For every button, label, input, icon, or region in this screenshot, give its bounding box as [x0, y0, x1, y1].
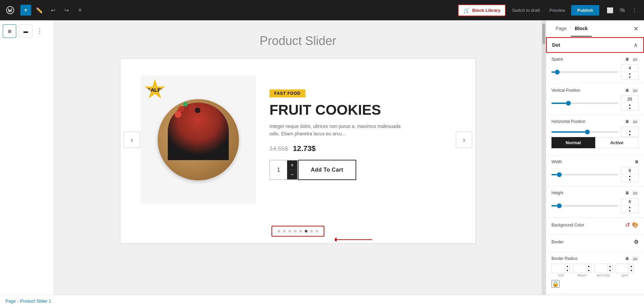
vpos-increment[interactable]: ▲: [621, 103, 638, 107]
reset-color-button[interactable]: ↺: [625, 222, 630, 228]
height-slider-fill: [551, 205, 557, 206]
background-color-section: Background Color ↺ 🎨: [546, 218, 644, 235]
hpos-value: [621, 127, 638, 129]
space-section: Space 🖥 px 4 ▲ ▼: [546, 53, 644, 84]
pick-color-button[interactable]: 🎨: [632, 222, 639, 228]
vpos-slider-thumb[interactable]: [566, 101, 571, 106]
br-unit: px: [632, 256, 639, 261]
slider-next-button[interactable]: ›: [456, 132, 472, 148]
switch-to-draft-button[interactable]: Switch to draft: [508, 6, 543, 15]
height-input[interactable]: 8 ▲ ▼: [621, 198, 639, 213]
width-input[interactable]: 8 ▲ ▼: [621, 167, 639, 182]
border-settings-button[interactable]: ⚙: [634, 239, 639, 245]
hpos-slider-thumb[interactable]: [585, 130, 590, 134]
sidebar-layout-button[interactable]: ▬: [19, 24, 33, 38]
slider-dot-6[interactable]: [305, 230, 307, 233]
height-slider-thumb[interactable]: [557, 203, 562, 208]
border-radius-inputs: ▲ ▼ TOP ▲ ▼: [551, 264, 639, 288]
undo-button[interactable]: ↩: [47, 5, 58, 16]
width-decrement[interactable]: ▼: [621, 178, 638, 182]
dots-arrow-annotation: [335, 235, 376, 244]
footer-product-slider-link[interactable]: Product Slider 1: [20, 299, 52, 304]
sidebar-toggle-button[interactable]: ⬜: [605, 5, 616, 16]
br-right-input[interactable]: [573, 265, 586, 272]
br-top-input[interactable]: [552, 265, 565, 272]
width-slider[interactable]: [551, 174, 618, 175]
sidebar-grid-button[interactable]: ⊞: [3, 24, 16, 38]
br-bottom-down[interactable]: ▼: [607, 268, 612, 273]
horizontal-position-unit: px: [632, 119, 639, 124]
br-right-up[interactable]: ▲: [586, 264, 591, 268]
br-top-up[interactable]: ▲: [565, 264, 570, 268]
horizontal-position-input[interactable]: ▲ ▼: [621, 127, 639, 137]
height-slider[interactable]: [551, 205, 618, 206]
space-increment[interactable]: ▲: [621, 72, 638, 75]
slider-dot-1[interactable]: [278, 230, 280, 233]
cart-button[interactable]: 🛍: [617, 5, 628, 16]
width-section: Width 🖥 8 ▲ ▼: [546, 155, 644, 187]
space-slider-thumb[interactable]: [555, 70, 560, 74]
slider-dot-2[interactable]: [283, 230, 286, 233]
horizontal-position-slider[interactable]: [551, 131, 618, 133]
slider-dot-3[interactable]: [288, 230, 291, 233]
dot-section-header[interactable]: Dot ∧: [546, 37, 644, 53]
br-bottom-input[interactable]: [595, 265, 607, 272]
slider-prev-button[interactable]: ‹: [124, 132, 140, 148]
editor-scrollbar[interactable]: [542, 20, 546, 307]
vertical-position-slider-row: 20 ▲ ▼: [551, 95, 639, 111]
publish-button[interactable]: Publish: [571, 5, 599, 16]
preview-button[interactable]: Preview: [546, 6, 568, 15]
dot-section-title: Dot: [552, 42, 560, 48]
space-decrement[interactable]: ▼: [621, 75, 638, 79]
br-left-up[interactable]: ▲: [629, 264, 634, 268]
footer-bar: Page › Product Slider 1: [0, 295, 644, 307]
width-slider-thumb[interactable]: [557, 172, 562, 177]
quantity-increase-button[interactable]: +: [287, 160, 297, 170]
add-to-cart-row: 1 + − Add To Cart: [269, 160, 455, 180]
normal-toggle-button[interactable]: Normal: [551, 137, 595, 148]
height-row: Height 🖥 px: [551, 191, 639, 195]
tab-page[interactable]: Page: [551, 21, 571, 37]
br-left-down[interactable]: ▼: [629, 268, 634, 273]
br-bottom-up[interactable]: ▲: [607, 264, 612, 268]
height-decrement[interactable]: ▼: [621, 209, 638, 213]
editor-area[interactable]: Product Slider ‹ SALE!: [54, 20, 542, 307]
space-unit: px: [632, 57, 639, 62]
br-left-input[interactable]: [616, 265, 629, 272]
br-monitor-icon: 🖥: [625, 256, 629, 261]
slider-dot-8[interactable]: [316, 230, 318, 233]
horizontal-position-label: Horizontal Position: [551, 119, 622, 124]
width-increment[interactable]: ▲: [621, 174, 638, 178]
add-block-button[interactable]: +: [20, 5, 31, 16]
hpos-increment[interactable]: ▲: [621, 129, 638, 133]
more-options-button[interactable]: ⋮: [629, 5, 640, 16]
block-tools-button[interactable]: ✏️: [34, 5, 45, 16]
br-lock-button[interactable]: 🔒: [551, 280, 560, 288]
vertical-position-input[interactable]: 20 ▲ ▼: [621, 95, 639, 111]
slider-dot-4[interactable]: [294, 230, 297, 233]
slider-dot-5[interactable]: [299, 230, 302, 233]
hpos-decrement[interactable]: ▼: [621, 133, 638, 137]
br-top-label: TOP: [558, 274, 564, 277]
space-input[interactable]: 4 ▲ ▼: [621, 64, 639, 80]
active-toggle-button[interactable]: Active: [595, 137, 639, 148]
sidebar-more-button[interactable]: ⋮: [35, 24, 44, 38]
panel-close-button[interactable]: ✕: [633, 25, 639, 32]
br-top-down[interactable]: ▼: [565, 268, 570, 273]
details-button[interactable]: ≡: [75, 5, 85, 16]
add-to-cart-button[interactable]: Add To Cart: [298, 160, 356, 180]
br-right-down[interactable]: ▼: [586, 268, 591, 273]
product-slider-card[interactable]: ‹ SALE!: [120, 58, 476, 244]
vpos-decrement[interactable]: ▼: [621, 107, 638, 110]
tab-block[interactable]: Block: [571, 21, 592, 37]
price-row: 14.55$ 12.73$: [269, 144, 455, 153]
slider-dot-7[interactable]: [310, 230, 313, 233]
footer-page-link[interactable]: Page: [5, 299, 16, 304]
space-slider[interactable]: [551, 71, 618, 73]
quantity-decrease-button[interactable]: −: [287, 170, 297, 179]
panel-scroll[interactable]: Dot ∧ Space 🖥 px 4: [546, 37, 644, 307]
vertical-position-slider[interactable]: [551, 103, 618, 104]
redo-button[interactable]: ↪: [61, 5, 72, 16]
height-increment[interactable]: ▲: [621, 205, 638, 209]
block-library-button[interactable]: 🛒 Block Library: [458, 4, 506, 16]
